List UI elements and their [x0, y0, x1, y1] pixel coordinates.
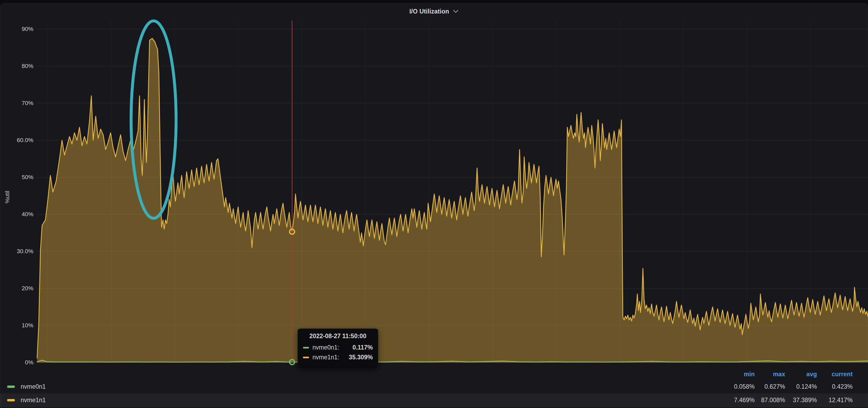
series-area-nvme1n1: [37, 38, 868, 363]
legend-value-min: 0.058%: [724, 383, 755, 390]
tooltip-row-nvme0n1: nvme0n1: 0.117%: [303, 343, 373, 352]
legend-header-max[interactable]: max: [755, 371, 785, 378]
legend-series-name[interactable]: nvme1n1: [21, 397, 46, 404]
y-axis-tick-label: 70%: [0, 100, 33, 107]
tooltip-row-nvme1n1: nvme1n1: 35.309%: [303, 352, 373, 362]
panel-header[interactable]: I/O Utilization: [0, 3, 868, 20]
y-axis-tick-label: 80%: [0, 63, 33, 70]
legend-header-avg[interactable]: avg: [785, 371, 817, 378]
hover-tooltip: 2022-08-27 11:50:00 nvme0n1: 0.117% nvme…: [298, 329, 378, 368]
legend-table: min max avg current nvme0n1 0.058% 0.627…: [0, 368, 868, 408]
y-axis-title: %util: [4, 191, 11, 203]
y-axis-tick-label: 10%: [0, 322, 33, 329]
legend-header-row: min max avg current: [0, 368, 868, 380]
y-axis-tick-label: 30.0%: [0, 248, 33, 255]
legend-value-min: 7.469%: [724, 397, 755, 404]
y-axis-tick-label: 90%: [0, 26, 33, 33]
legend-row-nvme0n1: nvme0n1 0.058% 0.627% 0.124% 0.423%: [0, 380, 868, 394]
legend-value-max: 87.008%: [755, 397, 785, 404]
legend-value-current: 12.417%: [817, 397, 852, 404]
legend-value-max: 0.627%: [755, 383, 785, 390]
series-color-icon: [303, 357, 309, 358]
legend-header-current[interactable]: current: [817, 371, 852, 378]
series-color-icon: [303, 347, 309, 348]
tooltip-series-name: nvme1n1:: [312, 354, 339, 361]
chart-canvas[interactable]: [0, 0, 868, 408]
tooltip-timestamp: 2022-08-27 11:50:00: [303, 333, 373, 340]
legend-row-nvme1n1: nvme1n1 7.469% 87.008% 37.389% 12.417%: [0, 394, 868, 407]
legend-header-min[interactable]: min: [724, 371, 755, 378]
series-color-icon[interactable]: [7, 385, 15, 388]
y-axis-tick-label: 60.0%: [0, 137, 33, 144]
legend-series-name[interactable]: nvme0n1: [21, 383, 46, 390]
tooltip-series-value: 35.309%: [349, 354, 373, 361]
legend-value-current: 0.423%: [817, 383, 852, 390]
y-axis-tick-label: 40%: [0, 211, 33, 218]
legend-value-avg: 0.124%: [785, 383, 817, 390]
y-axis-tick-label: 0%: [0, 359, 33, 366]
series-color-icon[interactable]: [7, 399, 15, 401]
panel-title[interactable]: I/O Utilization: [409, 8, 449, 15]
tooltip-series-value: 0.117%: [352, 344, 373, 351]
y-axis-tick-label: 20%: [0, 285, 33, 292]
chevron-down-icon[interactable]: [453, 9, 459, 13]
y-axis-tick-label: 50%: [0, 174, 33, 181]
tooltip-series-name: nvme0n1:: [312, 344, 339, 351]
grafana-dashboard: { "panel": {"title": "I/O Utilization"},…: [0, 0, 868, 408]
legend-value-avg: 37.389%: [785, 397, 817, 404]
